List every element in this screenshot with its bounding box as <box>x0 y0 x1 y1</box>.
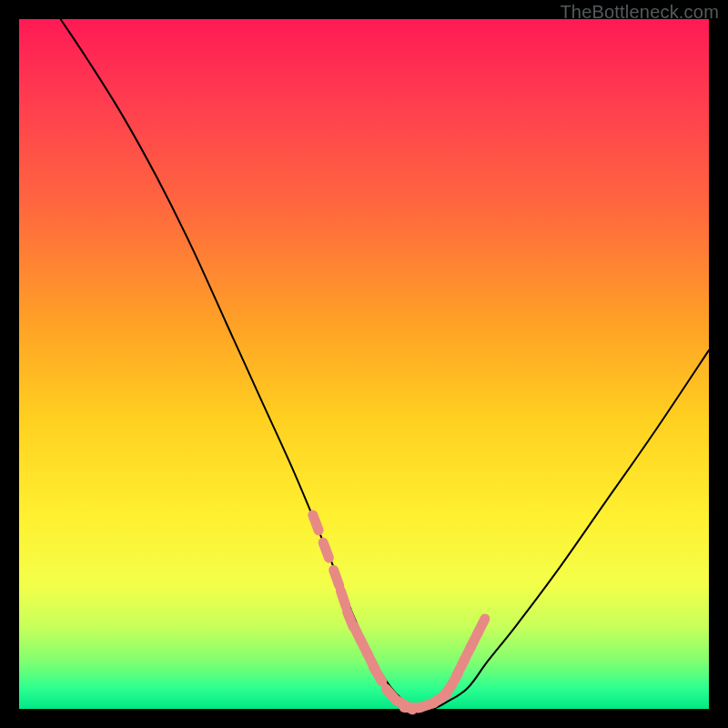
chart-stage: TheBottleneck.com <box>0 0 728 728</box>
bottleneck-curve <box>60 19 709 710</box>
sample-dot <box>340 591 346 606</box>
sample-dot <box>323 542 329 558</box>
sample-dot <box>334 571 339 586</box>
chart-svg <box>19 19 709 709</box>
curve-layer <box>60 19 709 710</box>
watermark-text: TheBottleneck.com <box>560 2 719 23</box>
plot-area <box>19 19 709 709</box>
dots-layer <box>313 515 485 710</box>
sample-dot <box>313 515 318 531</box>
sample-dot <box>374 667 382 681</box>
sample-dot <box>478 619 485 633</box>
